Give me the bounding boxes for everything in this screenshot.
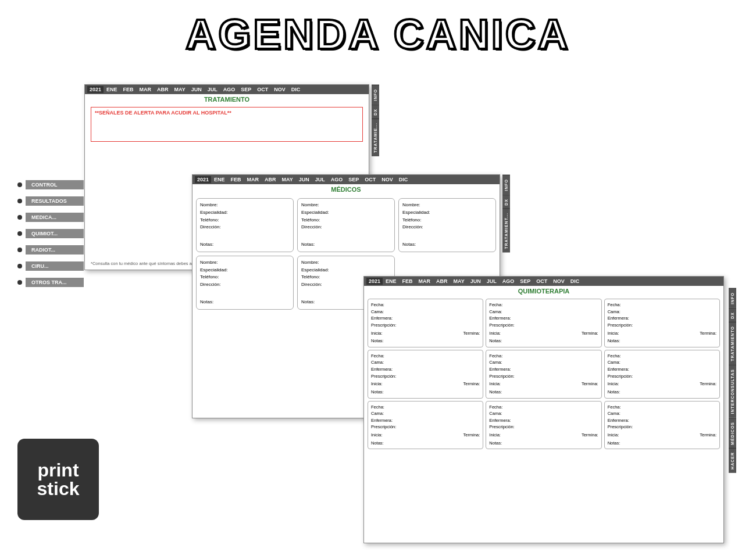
medico-3: Nombre: Especialidad: Teléfono: Direcció… — [398, 198, 496, 252]
label-ciru: CIRU... — [26, 261, 84, 271]
quimio-1: Fecha: Cama: Enfermera: Prescripción: In… — [368, 299, 483, 347]
nav-item-ciru: CIRU... — [17, 261, 84, 271]
tab-info-2: INFO — [502, 175, 510, 195]
label-quimiot: QUIMIOT... — [26, 229, 84, 238]
alert-box: **SEÑALES DE ALERTA PARA ACUDIR AL HOSPI… — [91, 107, 363, 142]
tab-info-1: INFO — [372, 85, 379, 105]
bullet-quimiot — [17, 231, 22, 236]
page-title: AGENDA CANICA — [0, 0, 756, 64]
tab-dx-3: DX — [729, 308, 736, 322]
bullet-control — [17, 182, 22, 187]
logo-stick: stick — [37, 479, 80, 498]
card1-title: TRATAMIENTO — [85, 94, 369, 105]
month-bar-1: 2021 ENE FEB MAR ABR MAY JUN JUL AGO SEP… — [85, 85, 369, 94]
nav-item-control: CONTROL — [17, 180, 84, 189]
tab-trat-2: TRATAMIENT... — [502, 209, 510, 253]
quimio-grid: Fecha: Cama: Enfermera: Prescripción: In… — [364, 296, 723, 451]
month-bar-3: 2021 ENE FEB MAR ABR MAY JUN JUL AGO SEP… — [364, 277, 723, 286]
alert-text: **SEÑALES DE ALERTA PARA ACUDIR AL HOSPI… — [95, 110, 359, 116]
quimio-6: Fecha: Cama: Enfermera: Prescripción: In… — [604, 350, 720, 399]
quimio-3: Fecha: Cama: Enfermera: Prescripción: In… — [604, 299, 720, 347]
quimio-5: Fecha: Cama: Enfermera: Prescripción: In… — [486, 350, 601, 399]
year-label: 2021 — [87, 86, 104, 93]
label-otros: OTROS TRA... — [26, 278, 84, 287]
nav-item-otros: OTROS TRA... — [17, 278, 84, 287]
side-tabs-3: INFO DX TRATAMIENTO INTERCONSULTAS MÉDIC… — [729, 288, 736, 473]
bullet-otros — [17, 280, 22, 285]
bullet-resultados — [17, 199, 22, 203]
quimio-4: Fecha: Cama: Enfermera: Prescripción: In… — [368, 350, 483, 399]
logo-box: print stick — [17, 439, 99, 520]
quimio-9: Fecha: Cama: Enfermera: Prescripción: In… — [604, 401, 720, 450]
label-control: CONTROL — [26, 180, 84, 189]
medico-4: Nombre: Especialidad: Teléfono: Direcció… — [196, 256, 294, 310]
card2-title: MÉDICOS — [192, 184, 500, 195]
side-tabs-2: INFO DX TRATAMIENT... — [502, 175, 510, 253]
medico-2: Nombre: Especialidad: Teléfono: Direcció… — [297, 198, 395, 252]
nav-item-quimiot: QUIMIOT... — [17, 229, 84, 238]
bullet-radiot — [17, 248, 22, 252]
tab-dx-1: DX — [372, 105, 379, 119]
nav-item-resultados: RESULTADOS — [17, 196, 84, 206]
label-resultados: RESULTADOS — [26, 196, 84, 206]
medico-1: Nombre: Especialidad: Teléfono: Direcció… — [196, 198, 294, 252]
bullet-medica — [17, 215, 22, 220]
logo-print: print — [37, 461, 79, 479]
nav-item-medica: MEDICA... — [17, 213, 84, 222]
quimio-2: Fecha: Cama: Enfermera: Prescripción: In… — [486, 299, 601, 347]
side-tabs-1: INFO DX TRATAMIE... — [372, 85, 379, 156]
month-bar-2: 2021 ENE FEB MAR ABR MAY JUN JUL AGO SEP… — [192, 175, 500, 184]
nav-list: CONTROL RESULTADOS MEDICA... QUIMIOT... … — [17, 180, 84, 287]
card3-title: QUIMIOTERAPIA — [364, 286, 723, 296]
label-medica: MEDICA... — [26, 213, 84, 222]
quimio-7: Fecha: Cama: Enfermera: Prescripción: In… — [368, 401, 483, 450]
quimio-8: Fecha: Cama: Enfermera: Prescripción: In… — [486, 401, 601, 450]
tab-medicos-3: MÉDICOS — [729, 418, 736, 449]
tab-dx-2: DX — [502, 195, 510, 209]
nav-item-radiot: RADIOT... — [17, 245, 84, 255]
tab-info-3: INFO — [729, 288, 736, 308]
bullet-ciru — [17, 264, 22, 268]
tab-interconsultas: INTERCONSULTAS — [729, 365, 736, 418]
label-radiot: RADIOT... — [26, 245, 84, 255]
card-quimioterapia: 2021 ENE FEB MAR ABR MAY JUN JUL AGO SEP… — [363, 276, 724, 543]
tab-trat-1: TRATAMIE... — [372, 119, 379, 156]
tab-trat-3: TRATAMIENTO — [729, 322, 736, 365]
tab-hacer: HACER — [729, 448, 736, 473]
